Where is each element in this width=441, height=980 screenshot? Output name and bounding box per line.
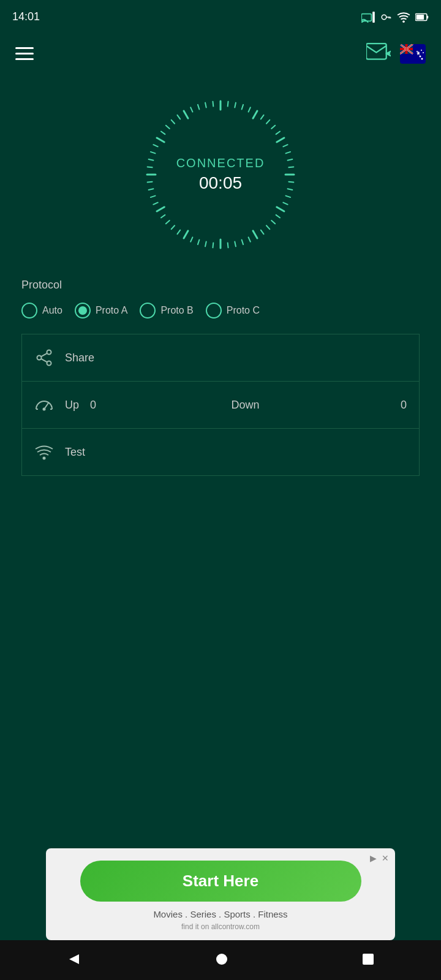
protocol-protoA-label: Proto A [96, 305, 127, 316]
svg-line-43 [288, 189, 293, 190]
svg-line-53 [242, 240, 243, 245]
connection-section[interactable]: CONNECTED 00:05 [0, 74, 441, 270]
recent-apps-button[interactable] [356, 947, 380, 973]
hamburger-line-1 [15, 47, 34, 49]
battery-icon [415, 12, 429, 23]
protocol-auto-label: Auto [42, 305, 62, 316]
actions-section: Share Up 0 Down 0 [0, 334, 441, 476]
radio-auto[interactable] [21, 303, 37, 318]
svg-line-54 [235, 242, 236, 247]
speed-button[interactable]: Up 0 Down 0 [21, 381, 420, 429]
svg-point-21 [420, 55, 421, 57]
test-button[interactable]: Test [21, 429, 420, 476]
svg-line-65 [161, 215, 165, 218]
svg-line-64 [166, 221, 170, 224]
speedometer-icon [34, 395, 54, 415]
svg-line-39 [288, 159, 293, 160]
connection-timer: 00:05 [176, 173, 265, 193]
svg-line-27 [228, 102, 228, 107]
svg-line-45 [283, 203, 287, 205]
svg-point-88 [47, 361, 51, 366]
back-button[interactable] [61, 946, 88, 974]
radio-protoB[interactable] [140, 303, 156, 318]
ad-start-button[interactable]: Start Here [80, 861, 361, 902]
radio-protoA[interactable] [75, 303, 91, 318]
svg-line-34 [271, 126, 275, 129]
svg-point-24 [417, 51, 418, 52]
speed-down-value: 0 [401, 399, 407, 412]
share-button[interactable]: Share [21, 334, 420, 381]
mail-forward-icon[interactable] [366, 43, 391, 64]
australia-flag[interactable] [400, 44, 426, 64]
ad-tagline: Movies . Series . Sports . Fitness [55, 909, 386, 919]
home-button[interactable] [209, 947, 234, 973]
svg-rect-98 [363, 954, 374, 965]
svg-line-60 [190, 237, 192, 241]
svg-line-46 [277, 207, 284, 211]
protocol-protoB-label: Proto B [160, 305, 193, 316]
svg-line-76 [157, 138, 164, 142]
svg-line-59 [198, 240, 199, 245]
svg-line-40 [288, 167, 293, 167]
svg-line-32 [261, 115, 264, 119]
svg-line-61 [184, 231, 188, 238]
protocol-section: Protocol Auto Proto A Proto B Proto C [0, 270, 441, 334]
radio-protoC[interactable] [206, 303, 222, 318]
svg-line-62 [177, 230, 180, 234]
svg-point-86 [47, 350, 51, 355]
ad-close-icon[interactable]: ✕ [382, 853, 389, 863]
speed-left: Up 0 [34, 395, 96, 415]
svg-point-25 [421, 58, 423, 59]
circle-content: CONNECTED 00:05 [176, 156, 265, 193]
connection-status: CONNECTED [176, 156, 265, 170]
hamburger-line-2 [15, 53, 34, 55]
share-label: Share [65, 352, 94, 364]
svg-line-50 [261, 230, 264, 234]
test-label: Test [65, 446, 85, 459]
svg-line-55 [228, 243, 228, 247]
ad-arrow-icon: ▶ [370, 853, 377, 863]
ad-url: find it on allcontrow.com [55, 922, 386, 931]
svg-line-33 [266, 120, 270, 124]
svg-line-44 [286, 196, 291, 197]
protocol-option-protoA[interactable]: Proto A [75, 303, 127, 318]
svg-line-77 [161, 131, 165, 134]
svg-line-63 [172, 225, 175, 229]
svg-line-74 [151, 152, 156, 153]
svg-point-97 [216, 954, 227, 965]
svg-marker-96 [69, 954, 79, 964]
protocol-option-auto[interactable]: Auto [21, 303, 62, 318]
svg-line-30 [249, 107, 251, 111]
svg-rect-10 [417, 15, 424, 20]
hamburger-button[interactable] [15, 47, 34, 60]
svg-line-57 [213, 243, 213, 247]
status-icons [361, 12, 429, 23]
svg-rect-11 [366, 43, 386, 59]
bottom-nav [0, 940, 441, 980]
svg-line-80 [177, 115, 180, 119]
speed-up-value: 0 [90, 399, 96, 412]
connection-circle[interactable]: CONNECTED 00:05 [138, 92, 303, 257]
nav-right [366, 43, 426, 64]
key-icon [380, 12, 392, 23]
svg-line-70 [148, 182, 153, 183]
svg-line-28 [235, 103, 236, 108]
svg-point-87 [37, 356, 42, 360]
svg-line-52 [249, 237, 251, 241]
svg-point-7 [402, 20, 405, 23]
svg-line-82 [190, 107, 192, 111]
svg-point-95 [43, 457, 46, 460]
protocol-option-protoB[interactable]: Proto B [140, 303, 193, 318]
protocol-option-protoC[interactable]: Proto C [206, 303, 260, 318]
protocol-protoC-label: Proto C [227, 305, 260, 316]
status-time: 14:01 [12, 10, 40, 23]
svg-line-29 [242, 105, 243, 110]
svg-line-69 [149, 189, 154, 190]
svg-point-22 [423, 52, 424, 53]
svg-line-42 [288, 182, 293, 183]
svg-point-3 [382, 15, 386, 20]
svg-rect-2 [372, 12, 375, 23]
svg-line-81 [184, 111, 188, 118]
svg-line-73 [149, 159, 154, 160]
svg-line-68 [151, 196, 156, 197]
